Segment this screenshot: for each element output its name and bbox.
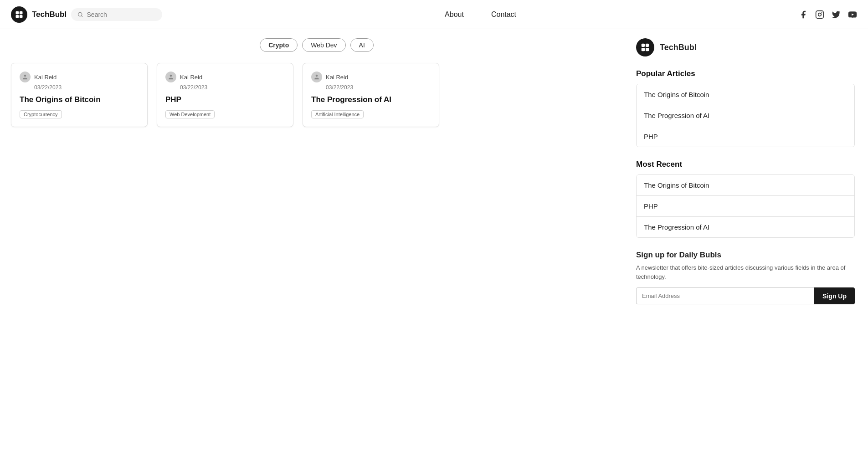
sidebar-brand: TechBubl — [636, 38, 855, 56]
nav-about[interactable]: About — [445, 10, 464, 19]
svg-point-10 — [170, 75, 172, 77]
newsletter-section: Sign up for Daily Bubls A newsletter tha… — [636, 251, 855, 304]
avatar — [311, 72, 322, 82]
search-input[interactable] — [87, 11, 156, 18]
svg-rect-0 — [16, 11, 19, 14]
header: TechBubl About Contact — [0, 0, 868, 29]
recent-article-item[interactable]: PHP — [637, 196, 854, 217]
recent-title: Most Recent — [636, 160, 855, 169]
site-name: TechBubl — [32, 10, 67, 19]
filter-ai[interactable]: AI — [350, 38, 374, 52]
author-name: Kai Reid — [180, 74, 202, 81]
popular-articles-list: The Origins of Bitcoin The Progression o… — [636, 84, 855, 147]
search-box[interactable] — [71, 8, 162, 21]
svg-rect-14 — [642, 48, 645, 51]
card-tag: Artificial Intelligence — [311, 110, 364, 118]
card-date: 03/22/2023 — [326, 84, 431, 91]
recent-articles-list: The Origins of Bitcoin PHP The Progressi… — [636, 174, 855, 238]
card-title: The Progression of AI — [311, 95, 431, 104]
nav-contact[interactable]: Contact — [491, 10, 516, 19]
youtube-icon[interactable] — [848, 10, 857, 19]
svg-rect-15 — [646, 48, 649, 51]
svg-rect-6 — [816, 10, 824, 18]
logo-icon[interactable] — [11, 6, 27, 23]
avatar — [20, 72, 31, 82]
newsletter-desc: A newsletter that offers bite-sized arti… — [636, 263, 855, 281]
card-date: 03/22/2023 — [180, 84, 285, 91]
main-nav: About Contact — [162, 10, 799, 19]
filter-crypto[interactable]: Crypto — [260, 38, 298, 52]
sidebar-logo-icon — [636, 38, 654, 56]
sidebar-brand-name: TechBubl — [660, 43, 697, 52]
avatar — [165, 72, 176, 82]
svg-rect-12 — [642, 44, 645, 47]
sidebar: TechBubl Popular Articles The Origins of… — [636, 38, 855, 304]
card-tag: Web Development — [165, 110, 215, 118]
social-icons — [799, 10, 857, 19]
facebook-icon[interactable] — [799, 10, 808, 19]
signup-button[interactable]: Sign Up — [814, 287, 855, 304]
article-card[interactable]: Kai Reid 03/22/2023 The Progression of A… — [303, 63, 439, 127]
card-author-row: Kai Reid — [165, 72, 285, 82]
svg-rect-3 — [20, 15, 23, 18]
newsletter-title: Sign up for Daily Bubls — [636, 251, 855, 260]
popular-article-item[interactable]: PHP — [637, 126, 854, 147]
articles-section: Crypto Web Dev AI Kai Reid 03/22/2023 Th… — [11, 38, 622, 304]
cards-grid: Kai Reid 03/22/2023 The Origins of Bitco… — [11, 63, 622, 127]
author-name: Kai Reid — [34, 74, 56, 81]
card-title: PHP — [165, 95, 285, 104]
filter-tags: Crypto Web Dev AI — [11, 38, 622, 52]
svg-rect-2 — [16, 15, 19, 18]
article-card[interactable]: Kai Reid 03/22/2023 PHP Web Development — [157, 63, 293, 127]
recent-article-item[interactable]: The Origins of Bitcoin — [637, 175, 854, 196]
svg-rect-13 — [646, 44, 649, 47]
author-name: Kai Reid — [326, 74, 348, 81]
card-tag: Cryptocurrency — [20, 110, 62, 118]
card-author-row: Kai Reid — [311, 72, 431, 82]
instagram-icon[interactable] — [815, 10, 824, 19]
newsletter-form: Sign Up — [636, 287, 855, 304]
search-icon — [77, 11, 83, 18]
main-content: Crypto Web Dev AI Kai Reid 03/22/2023 Th… — [0, 29, 866, 313]
svg-rect-1 — [20, 11, 23, 14]
email-input[interactable] — [636, 287, 814, 304]
card-author-row: Kai Reid — [20, 72, 139, 82]
header-left: TechBubl — [11, 6, 162, 23]
filter-webdev[interactable]: Web Dev — [302, 38, 345, 52]
svg-line-5 — [82, 15, 82, 16]
popular-article-item[interactable]: The Progression of AI — [637, 105, 854, 126]
svg-point-9 — [24, 75, 26, 77]
svg-point-11 — [316, 75, 318, 77]
card-date: 03/22/2023 — [34, 84, 139, 91]
recent-article-item[interactable]: The Progression of AI — [637, 217, 854, 237]
article-card[interactable]: Kai Reid 03/22/2023 The Origins of Bitco… — [11, 63, 148, 127]
popular-title: Popular Articles — [636, 69, 855, 78]
twitter-icon[interactable] — [832, 10, 841, 19]
popular-article-item[interactable]: The Origins of Bitcoin — [637, 84, 854, 105]
card-title: The Origins of Bitcoin — [20, 95, 139, 104]
